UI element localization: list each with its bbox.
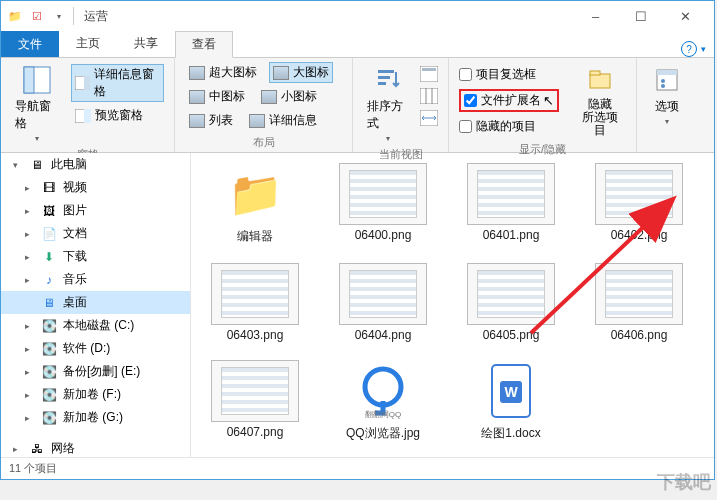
image-thumbnail — [211, 360, 299, 422]
svg-rect-16 — [590, 71, 600, 75]
item-count: 11 个项目 — [9, 461, 57, 476]
file-label: 编辑器 — [237, 228, 273, 245]
pc-icon: 🖥 — [29, 158, 45, 172]
hidden-items-toggle[interactable]: 隐藏的项目 — [459, 118, 559, 135]
details-icon — [249, 114, 265, 128]
file-item[interactable]: 06405.png — [461, 263, 561, 342]
svg-text:翻翻网QQ: 翻翻网QQ — [365, 410, 401, 419]
close-button[interactable]: ✕ — [663, 2, 708, 30]
sort-by-button[interactable]: 排序方式 ▾ — [363, 62, 412, 145]
nav-pictures[interactable]: ▸🖼图片 — [1, 199, 190, 222]
file-label: 06405.png — [483, 328, 540, 342]
file-item[interactable]: W绘图1.docx — [461, 360, 561, 442]
file-item[interactable]: 06406.png — [589, 263, 689, 342]
file-label: QQ浏览器.jpg — [346, 425, 420, 442]
nav-downloads[interactable]: ▸⬇下载 — [1, 245, 190, 268]
nav-music[interactable]: ▸♪音乐 — [1, 268, 190, 291]
file-label: 06404.png — [355, 328, 412, 342]
details-button[interactable]: 详细信息 — [245, 110, 321, 131]
nav-pane-icon — [21, 64, 53, 96]
nav-desktop[interactable]: 🖥桌面 — [1, 291, 190, 314]
image-thumbnail — [595, 163, 683, 225]
nav-pane-button[interactable]: 导航窗格 ▾ — [11, 62, 63, 145]
tab-file[interactable]: 文件 — [1, 31, 59, 57]
large-icons-button[interactable]: 大图标 — [269, 62, 333, 83]
files-pane[interactable]: 📁编辑器06400.png06401.png06402.png06403.png… — [191, 153, 714, 457]
svg-rect-10 — [422, 68, 436, 71]
image-thumbnail — [467, 163, 555, 225]
titlebar: 📁 ☑ ▾ 运营 – ☐ ✕ — [1, 1, 714, 31]
drive-icon: 💽 — [41, 365, 57, 379]
navigation-pane[interactable]: ▾🖥此电脑 ▸🎞视频 ▸🖼图片 ▸📄文档 ▸⬇下载 ▸♪音乐 🖥桌面 ▸💽本地磁… — [1, 153, 191, 457]
svg-point-20 — [661, 84, 665, 88]
qq-icon: 翻翻网QQ — [339, 360, 427, 422]
nav-videos[interactable]: ▸🎞视频 — [1, 176, 190, 199]
file-item[interactable]: 06407.png — [205, 360, 305, 442]
svg-rect-8 — [378, 82, 386, 85]
file-item[interactable]: 📁编辑器 — [205, 163, 305, 245]
group-by-icon[interactable] — [420, 66, 438, 82]
nav-this-pc[interactable]: ▾🖥此电脑 — [1, 153, 190, 176]
hide-selected-button[interactable]: 隐藏 所选项目 — [573, 62, 626, 140]
fit-columns-icon[interactable] — [420, 110, 438, 126]
nav-drive-f[interactable]: ▸💽新加卷 (F:) — [1, 383, 190, 406]
file-label: 绘图1.docx — [481, 425, 540, 442]
medium-icon — [189, 90, 205, 104]
status-bar: 11 个项目 — [1, 457, 714, 479]
folder-icon: 📁 — [7, 8, 23, 24]
maximize-button[interactable]: ☐ — [618, 2, 663, 30]
svg-rect-6 — [378, 70, 394, 73]
check-icon[interactable]: ☑ — [29, 8, 45, 24]
file-item[interactable]: 翻翻网QQQQ浏览器.jpg — [333, 360, 433, 442]
small-icon — [261, 90, 277, 104]
extralarge-icon — [189, 66, 205, 80]
nav-drive-c[interactable]: ▸💽本地磁盘 (C:) — [1, 314, 190, 337]
svg-rect-15 — [590, 74, 610, 88]
sort-icon — [372, 64, 404, 96]
minimize-button[interactable]: – — [573, 2, 618, 30]
drive-icon: 💽 — [41, 342, 57, 356]
folder-icon: 📁 — [211, 163, 299, 225]
file-item[interactable]: 06401.png — [461, 163, 561, 245]
nav-drive-e[interactable]: ▸💽备份[勿删] (E:) — [1, 360, 190, 383]
downloads-icon: ⬇ — [41, 250, 57, 264]
details-pane-button[interactable]: 详细信息窗格 — [71, 64, 164, 102]
file-ext-toggle[interactable]: 文件扩展名 ↖ — [464, 92, 554, 109]
svg-rect-18 — [657, 70, 677, 75]
desktop-icon: 🖥 — [41, 296, 57, 310]
item-checkboxes-toggle[interactable]: 项目复选框 — [459, 66, 559, 83]
svg-rect-5 — [84, 109, 91, 123]
file-item[interactable]: 06403.png — [205, 263, 305, 342]
help-button[interactable]: ? ▾ — [681, 41, 706, 57]
nav-drive-g[interactable]: ▸💽新加卷 (G:) — [1, 406, 190, 429]
file-label: 06401.png — [483, 228, 540, 242]
dropdown-icon[interactable]: ▾ — [51, 8, 67, 24]
nav-network[interactable]: ▸🖧网络 — [1, 437, 190, 457]
nav-documents[interactable]: ▸📄文档 — [1, 222, 190, 245]
image-thumbnail — [211, 263, 299, 325]
svg-point-19 — [661, 79, 665, 83]
extralarge-icons-button[interactable]: 超大图标 — [185, 62, 261, 83]
options-icon — [651, 64, 683, 96]
file-item[interactable]: 06404.png — [333, 263, 433, 342]
network-icon: 🖧 — [29, 442, 45, 456]
medium-icons-button[interactable]: 中图标 — [185, 86, 249, 107]
small-icons-button[interactable]: 小图标 — [257, 86, 321, 107]
documents-icon: 📄 — [41, 227, 57, 241]
image-thumbnail — [467, 263, 555, 325]
drive-icon: 💽 — [41, 319, 57, 333]
options-button[interactable]: 选项 ▾ — [647, 62, 687, 128]
file-label: 06407.png — [227, 425, 284, 439]
svg-point-21 — [365, 369, 401, 405]
file-item[interactable]: 06402.png — [589, 163, 689, 245]
tab-home[interactable]: 主页 — [59, 30, 117, 57]
list-button[interactable]: 列表 — [185, 110, 237, 131]
tab-view[interactable]: 查看 — [175, 31, 233, 58]
tab-share[interactable]: 共享 — [117, 30, 175, 57]
nav-drive-d[interactable]: ▸💽软件 (D:) — [1, 337, 190, 360]
file-label: 06400.png — [355, 228, 412, 242]
file-item[interactable]: 06400.png — [333, 163, 433, 245]
group-label-layout: 布局 — [185, 133, 342, 150]
preview-pane-button[interactable]: 预览窗格 — [71, 105, 164, 126]
add-columns-icon[interactable] — [420, 88, 438, 104]
